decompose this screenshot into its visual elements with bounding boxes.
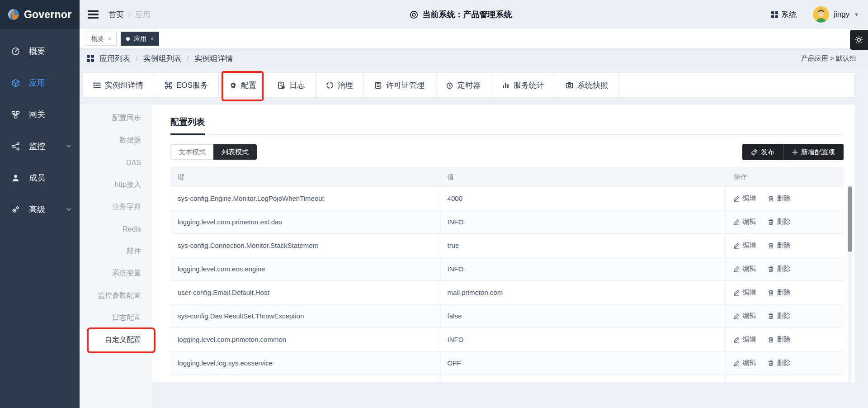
page-tab-overview[interactable]: 概要 × [86, 32, 117, 46]
config-value: mail.primeton.com [440, 281, 726, 304]
sidebar-item-advanced[interactable]: 高级 [0, 194, 80, 225]
tab-service-stats[interactable]: 服务统计 [491, 73, 555, 97]
table-row: user-config.Email.Default.Host mail.prim… [170, 281, 844, 304]
submenu-redis[interactable]: Redis [80, 218, 153, 240]
delete-button[interactable]: 删除 [768, 218, 790, 226]
submenu-log-config[interactable]: 日志配置 [80, 307, 153, 329]
submenu-monitor-params[interactable]: 监控参数配置 [80, 285, 153, 307]
tab-eos-service[interactable]: EOS服务 [154, 73, 219, 97]
row-actions: 编辑 删除 [726, 187, 844, 210]
delete-button[interactable]: 删除 [768, 194, 790, 203]
sidebar-item-monitor[interactable]: 监控 [0, 130, 80, 162]
trash-icon [768, 195, 774, 202]
grid-icon [87, 55, 94, 62]
product-group-label: 产品应用 > 默认组 [801, 54, 856, 63]
breadcrumb-instance-group-detail: 实例组详情 [194, 53, 233, 64]
header-value: 值 [440, 168, 726, 187]
gear-icon [229, 81, 237, 89]
tab-config[interactable]: 配置 [219, 73, 267, 97]
topbar-breadcrumb: 首页 / 应用 [108, 9, 151, 20]
submenu-http-access[interactable]: http接入 [80, 174, 153, 196]
breadcrumb-home[interactable]: 首页 [108, 9, 124, 20]
system-menu[interactable]: 系统 [771, 9, 797, 20]
add-config-button[interactable]: 新增配置项 [783, 144, 844, 160]
row-actions: 编辑 删除 [726, 351, 844, 375]
tab-instance-group-detail[interactable]: 实例组详情 [83, 73, 154, 97]
page-body: 实例组详情 EOS服务 配置 日志 治理 [80, 68, 868, 408]
delete-button[interactable]: 删除 [768, 359, 790, 367]
table-row: logging.level.com.eos.engine INFO 编辑 删除 [170, 257, 844, 281]
table-scrollbar-thumb[interactable] [848, 186, 852, 252]
edit-button[interactable]: 编辑 [733, 359, 756, 367]
config-key: logging.level.com.eos.engine [170, 257, 440, 281]
sidebar-item-overview[interactable]: 概要 [0, 35, 80, 67]
eye-icon [410, 10, 418, 19]
function-tabs: 实例组详情 EOS服务 配置 日志 治理 [82, 72, 854, 98]
camera-icon [566, 81, 573, 89]
tab-license-management[interactable]: 许可证管理 [364, 73, 435, 97]
row-actions: 编辑 删除 [726, 304, 844, 328]
sidebar: Governor 概要 应用 网关 监控 成员 [0, 0, 80, 408]
app-logo[interactable]: Governor [0, 0, 80, 29]
user-caret-down-icon[interactable]: ▼ [854, 12, 859, 17]
chevron-down-icon [66, 207, 71, 212]
tab-governance[interactable]: 治理 [316, 73, 364, 97]
username[interactable]: jingy [834, 10, 849, 19]
delete-button[interactable]: 删除 [768, 335, 790, 344]
edit-button[interactable]: 编辑 [733, 218, 756, 226]
edit-button[interactable]: 编辑 [733, 194, 756, 203]
settings-panel-toggle[interactable] [850, 30, 868, 50]
list-mode-button[interactable]: 列表模式 [213, 144, 257, 160]
text-mode-button[interactable]: 文本模式 [170, 144, 213, 160]
share-nodes-icon [11, 142, 20, 151]
tab-timer[interactable]: 定时器 [435, 73, 491, 97]
hamburger-menu-icon[interactable] [88, 10, 99, 19]
config-toolbar: 文本模式 列表模式 发布 新增配置项 [170, 144, 844, 160]
breadcrumb-separator: / [128, 10, 131, 19]
delete-button[interactable]: 删除 [768, 312, 790, 320]
sidebar-item-members[interactable]: 成员 [0, 162, 80, 194]
submenu-mail[interactable]: 邮件 [80, 240, 153, 262]
tab-logs[interactable]: 日志 [267, 73, 316, 97]
avatar[interactable] [813, 6, 829, 23]
title-underline [170, 134, 844, 135]
config-key: sys-config.Engine.Monitor.LogPojoWhenTim… [170, 187, 440, 210]
breadcrumb-instance-group-list[interactable]: 实例组列表 [143, 53, 182, 64]
edit-button[interactable]: 编辑 [733, 335, 756, 344]
dashboard-icon [11, 47, 20, 56]
submenu-custom-config[interactable]: 自定义配置 [80, 329, 153, 351]
submenu-system-vars[interactable]: 系统变量 [80, 262, 153, 285]
publish-button[interactable]: 发布 [742, 144, 783, 160]
config-key: logging.level.com.primeton.engine [170, 375, 440, 382]
close-icon[interactable]: × [151, 36, 154, 42]
delete-button[interactable]: 删除 [768, 241, 790, 250]
tab-system-snapshot[interactable]: 系统快照 [555, 73, 619, 97]
sidebar-item-gateway[interactable]: 网关 [0, 99, 80, 130]
plus-icon [792, 149, 798, 155]
config-value: INFO [440, 257, 726, 281]
delete-button[interactable]: 删除 [768, 265, 790, 273]
submenu-config-sync[interactable]: 配置同步 [80, 107, 153, 129]
submenu-datasource[interactable]: 数据源 [80, 129, 153, 152]
page-tab-application[interactable]: 应用 × [121, 32, 159, 46]
command-icon [165, 81, 172, 89]
chevron-down-icon [66, 143, 71, 149]
pencil-icon [733, 219, 740, 225]
bar-chart-icon [502, 81, 509, 89]
edit-button[interactable]: 编辑 [733, 312, 756, 320]
submenu-das[interactable]: DAS [80, 152, 153, 174]
breadcrumb-app-list[interactable]: 应用列表 [99, 53, 130, 64]
edit-button[interactable]: 编辑 [733, 265, 756, 273]
current-system-label: 当前系统：产品管理系统 [422, 9, 512, 20]
config-key: sys-config.Connection.Monitor.StackState… [170, 234, 440, 257]
person-icon [11, 174, 20, 182]
current-system-indicator: 当前系统：产品管理系统 [151, 9, 771, 20]
close-icon[interactable]: × [108, 36, 111, 42]
edit-button[interactable]: 编辑 [733, 241, 756, 250]
governance-icon [326, 81, 334, 89]
delete-button[interactable]: 删除 [768, 288, 790, 297]
submenu-business-dict[interactable]: 业务字典 [80, 196, 153, 218]
sidebar-item-application[interactable]: 应用 [0, 67, 80, 99]
edit-button[interactable]: 编辑 [733, 288, 756, 297]
row-actions: 编辑 删除 [726, 257, 844, 281]
